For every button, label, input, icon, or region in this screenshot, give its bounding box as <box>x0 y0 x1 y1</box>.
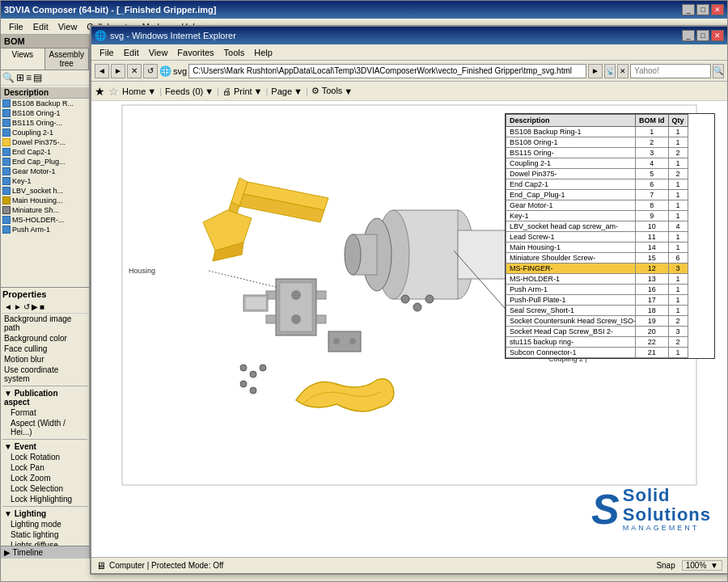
prop-lock-highlighting[interactable]: Lock Highlighting <box>2 494 87 504</box>
bom-check-3[interactable] <box>2 119 11 127</box>
ie-menu-favorites[interactable]: Favorites <box>172 48 218 57</box>
ie-maximize-button[interactable]: □ <box>696 30 709 41</box>
zoom-indicator[interactable]: 100% ▼ <box>682 560 722 571</box>
table-row[interactable]: Main Housing-1 14 1 <box>506 242 688 253</box>
bom-check-4[interactable] <box>2 129 11 137</box>
bom-item-msholder[interactable]: MS-HOLDER-... <box>1 215 89 225</box>
table-row[interactable]: Coupling 2-1 4 1 <box>506 158 688 169</box>
table-row[interactable]: Gear Motor-1 8 1 <box>506 200 688 211</box>
tab-views[interactable]: Views <box>1 48 45 70</box>
table-row[interactable]: End Cap2-1 6 1 <box>506 179 688 190</box>
bom-check-2[interactable] <box>2 109 11 117</box>
table-row[interactable]: MS-FINGER- 12 3 <box>506 264 688 274</box>
prop-motion-blur[interactable]: Motion blur <box>2 354 87 365</box>
ie-menu-help[interactable]: Help <box>249 48 277 57</box>
outer-close-button[interactable]: ✕ <box>711 4 724 15</box>
bom-check-9[interactable] <box>2 177 11 185</box>
menu-edit[interactable]: Edit <box>28 22 53 32</box>
bom-check-12[interactable] <box>2 206 11 214</box>
bom-check-14[interactable] <box>2 226 11 234</box>
table-row[interactable]: LBV_socket head cap screw_am- 10 4 <box>506 221 688 232</box>
bom-check-1[interactable] <box>2 99 11 108</box>
ie-reload-button[interactable]: ↺ <box>143 64 158 78</box>
bom-check-8[interactable] <box>2 167 11 175</box>
table-row[interactable]: BS115 Oring- 3 2 <box>506 148 688 158</box>
ie-address-input[interactable] <box>188 64 586 78</box>
ie-search-button[interactable]: 🔍 <box>713 64 724 78</box>
ie-menu-file[interactable]: File <box>95 48 119 57</box>
table-row[interactable]: BS108 Oring-1 2 1 <box>506 137 688 148</box>
ie-search-input[interactable] <box>630 64 711 78</box>
ie-go-button[interactable]: ► <box>588 64 603 78</box>
bom-item-bs115oring[interactable]: BS115 Oring-... <box>1 118 89 128</box>
prop-background-image[interactable]: Background image path <box>2 314 87 333</box>
table-row[interactable]: Push-Pull Plate-1 17 1 <box>506 295 688 306</box>
bom-item-bs108backup[interactable]: BS108 Backup R... <box>1 99 89 108</box>
ie-toolbar2-feeds-btn[interactable]: Feeds (0) ▼ <box>165 86 214 96</box>
menu-view[interactable]: View <box>53 22 83 32</box>
prop-lock-rotation[interactable]: Lock Rotation <box>2 452 87 462</box>
ie-back-button[interactable]: ◄ <box>95 64 109 78</box>
ie-menu-view[interactable]: View <box>144 48 173 57</box>
prop-face-culling[interactable]: Face culling <box>2 344 87 354</box>
ie-toolbar2-tools-btn[interactable]: ⚙ Tools ▼ <box>311 86 353 96</box>
ie-close-button[interactable]: ✕ <box>711 30 724 41</box>
prop-section-publication[interactable]: ▼ Publication aspect <box>2 388 87 407</box>
prop-lock-zoom[interactable]: Lock Zoom <box>2 473 87 483</box>
prop-background-color[interactable]: Background color <box>2 333 87 344</box>
ie-toolbar2-home-btn[interactable]: Home ▼ <box>122 86 156 96</box>
table-row[interactable]: Seal Screw_Short-1 18 1 <box>506 306 688 316</box>
bom-item-bs108oring[interactable]: BS108 Oring-1 <box>1 108 89 118</box>
props-icon-back[interactable]: ◄ <box>4 302 12 311</box>
prop-format[interactable]: Format <box>2 407 87 418</box>
prop-static-lighting[interactable]: Static lighting <box>2 529 87 540</box>
table-row[interactable]: BS108 Backup Ring-1 1 1 <box>506 127 688 137</box>
props-icon-forward[interactable]: ► <box>14 302 22 311</box>
bom-check-10[interactable] <box>2 187 11 195</box>
ie-menu-tools[interactable]: Tools <box>219 48 250 57</box>
bom-icon-4[interactable]: ▤ <box>33 72 42 83</box>
tab-assembly-tree[interactable]: Assembly tree <box>45 48 90 70</box>
bom-check-7[interactable] <box>2 158 11 166</box>
bom-item-lbv[interactable]: LBV_socket h... <box>1 186 89 196</box>
prop-lock-selection[interactable]: Lock Selection <box>2 483 87 494</box>
table-row[interactable]: Dowel Pin375- 5 2 <box>506 169 688 179</box>
prop-use-coordinate[interactable]: Use coordinate system <box>2 365 87 384</box>
prop-aspect[interactable]: Aspect (Width / Hei...) <box>2 418 87 437</box>
timeline-button[interactable]: ▶ Timeline <box>1 546 89 559</box>
ie-forward-button[interactable]: ► <box>111 64 125 78</box>
bom-check-13[interactable] <box>2 216 11 224</box>
table-row[interactable]: Lead Screw-1 11 1 <box>506 232 688 242</box>
bom-check-5[interactable] <box>2 138 11 146</box>
prop-lighting-mode[interactable]: Lighting mode <box>2 519 87 529</box>
ie-close-tab-button[interactable]: ✕ <box>617 64 629 78</box>
bom-check-11[interactable] <box>2 196 11 205</box>
bom-check-6[interactable] <box>2 148 11 156</box>
ie-rss-button[interactable]: 📡 <box>604 64 616 78</box>
ie-minimize-button[interactable]: _ <box>682 30 695 41</box>
ie-menu-edit[interactable]: Edit <box>119 48 144 57</box>
ie-toolbar2-print-btn[interactable]: 🖨 Print ▼ <box>222 86 263 96</box>
bom-icon-2[interactable]: ⊞ <box>16 72 24 83</box>
bom-item-dowelpin[interactable]: Dowel Pin375-... <box>1 137 89 147</box>
bom-item-mainhousing[interactable]: Main Housing... <box>1 196 89 205</box>
table-row[interactable]: Push Arm-1 16 1 <box>506 285 688 295</box>
bom-icon-1[interactable]: 🔍 <box>2 72 15 83</box>
outer-maximize-button[interactable]: □ <box>696 4 709 15</box>
table-row[interactable]: MS-HOLDER-1 13 1 <box>506 274 688 285</box>
prop-section-event[interactable]: ▼ Event <box>2 441 87 452</box>
outer-minimize-button[interactable]: _ <box>682 4 695 15</box>
prop-lock-pan[interactable]: Lock Pan <box>2 462 87 473</box>
bom-item-key[interactable]: Key-1 <box>1 176 89 186</box>
bom-icon-3[interactable]: ≡ <box>26 72 32 83</box>
bom-item-endcapplug[interactable]: End Cap_Plug... <box>1 157 89 167</box>
bom-item-coupling[interactable]: Coupling 2-1 <box>1 128 89 137</box>
bom-item-miniature[interactable]: Miniature Sh... <box>1 205 89 215</box>
table-row[interactable]: Subcon Connector-1 21 1 <box>506 348 688 358</box>
table-row[interactable]: stu115 backup ring- 22 2 <box>506 337 688 348</box>
props-icon-stop[interactable]: ■ <box>40 302 44 311</box>
bom-item-pusharm[interactable]: Push Arm-1 <box>1 225 89 234</box>
table-row[interactable]: Miniature Shoulder Screw- 15 6 <box>506 253 688 264</box>
zoom-dropdown-arrow[interactable]: ▼ <box>710 561 718 570</box>
props-icon-reload[interactable]: ↺ <box>23 302 30 311</box>
